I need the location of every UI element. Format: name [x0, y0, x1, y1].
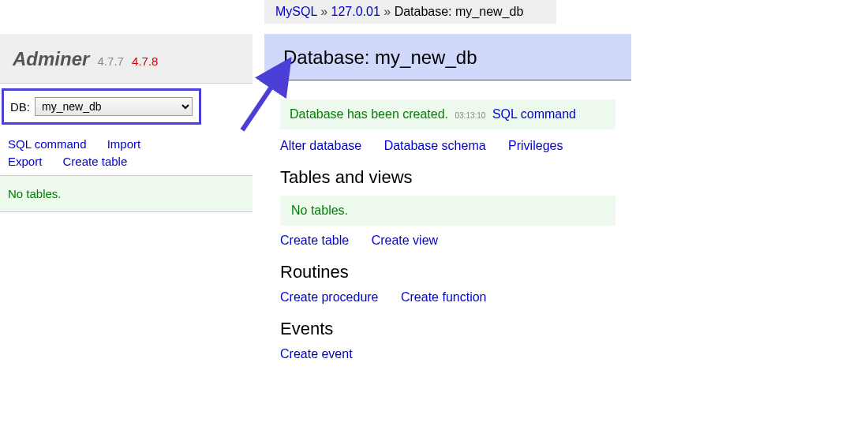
link-export[interactable]: Export [8, 153, 42, 170]
db-select[interactable]: my_new_db [35, 97, 193, 116]
db-action-links: Alter database Database schema Privilege… [280, 139, 615, 153]
link-create-table[interactable]: Create table [63, 153, 128, 170]
link-sql-command[interactable]: SQL command [8, 136, 87, 153]
message-sql-link[interactable]: SQL command [492, 107, 576, 121]
sidebar: Adminer 4.7.7 4.7.8 DB: my_new_db SQL co… [0, 34, 253, 212]
breadcrumb-driver-link[interactable]: MySQL [275, 5, 317, 18]
link-create-table-main[interactable]: Create table [280, 234, 349, 247]
tables-links: Create table Create view [280, 234, 615, 248]
version-current: 4.7.7 [98, 54, 124, 68]
success-message: Database has been created. 03:13:10 SQL … [280, 99, 615, 129]
brand-name: Adminer [13, 48, 89, 69]
page-title: Database: my_new_db [264, 34, 631, 80]
message-text: Database has been created. [290, 107, 448, 121]
link-create-function[interactable]: Create function [401, 290, 487, 304]
link-import[interactable]: Import [107, 136, 141, 153]
main: Database: my_new_db Database has been cr… [264, 34, 631, 371]
breadcrumb: MySQL » 127.0.01 » Database: my_new_db [264, 0, 556, 24]
version-new: 4.7.8 [132, 54, 158, 68]
link-create-view[interactable]: Create view [372, 234, 438, 247]
link-create-procedure[interactable]: Create procedure [280, 290, 379, 304]
message-timestamp: 03:13:10 [455, 111, 485, 120]
events-links: Create event [280, 347, 615, 361]
link-create-event[interactable]: Create event [280, 347, 353, 361]
db-selector: DB: my_new_db [2, 88, 201, 125]
link-privileges[interactable]: Privileges [508, 139, 563, 152]
breadcrumb-current: Database: my_new_db [395, 5, 524, 18]
sidebar-notice: No tables. [0, 176, 253, 212]
link-database-schema[interactable]: Database schema [384, 139, 486, 152]
breadcrumb-sep: » [317, 5, 331, 18]
breadcrumb-sep: » [380, 5, 395, 18]
heading-routines: Routines [280, 262, 615, 282]
sidebar-header: Adminer 4.7.7 4.7.8 [0, 34, 253, 84]
link-alter-database[interactable]: Alter database [280, 139, 361, 152]
tables-notice: No tables. [280, 196, 615, 226]
heading-events: Events [280, 319, 615, 339]
db-label: DB: [10, 100, 30, 114]
breadcrumb-host-link[interactable]: 127.0.01 [331, 5, 380, 18]
routines-links: Create procedure Create function [280, 290, 615, 305]
sidebar-links: SQL command Import Export Create table [0, 129, 253, 176]
heading-tables: Tables and views [280, 167, 615, 188]
